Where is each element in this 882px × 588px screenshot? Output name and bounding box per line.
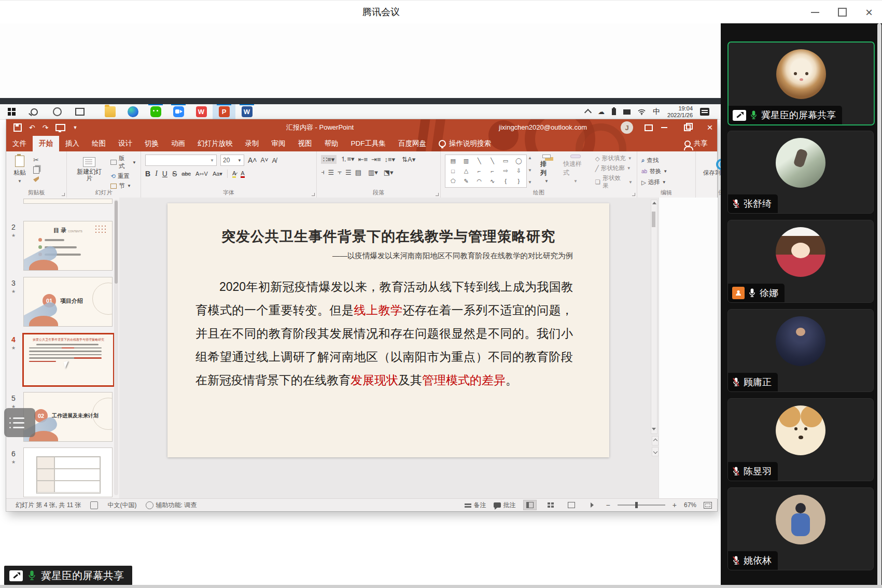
meeting-floating-widget[interactable]: [4, 408, 35, 437]
ppt-account-email[interactable]: jixingchen2020@outlook.com: [499, 119, 587, 136]
search-button[interactable]: [23, 104, 46, 119]
align-center-button[interactable]: ☰: [328, 169, 334, 176]
scroll-up-button[interactable]: [652, 202, 656, 204]
tab-slideshow[interactable]: 幻灯片放映: [191, 136, 239, 151]
language-indicator[interactable]: 中文(中国): [107, 501, 136, 510]
reading-view-button[interactable]: [565, 500, 578, 510]
tab-help[interactable]: 帮助: [318, 136, 345, 151]
participant-tile[interactable]: 冀星臣的屏幕共享: [727, 41, 875, 125]
spellcheck-icon[interactable]: [90, 501, 98, 509]
normal-view-button[interactable]: [523, 500, 537, 510]
distribute-button[interactable]: ▤: [355, 169, 361, 176]
italic-button[interactable]: I: [155, 170, 158, 178]
cut-button[interactable]: ✂: [33, 156, 39, 164]
slide-6-thumbnail[interactable]: [23, 447, 113, 497]
task-view-button[interactable]: [68, 104, 91, 119]
thumbnail-scrollbar[interactable]: [114, 200, 118, 495]
next-slide-button[interactable]: [652, 447, 659, 456]
tab-record[interactable]: 录制: [239, 136, 265, 151]
align-left-button[interactable]: ⫞: [321, 168, 325, 176]
save-button[interactable]: [13, 123, 22, 132]
maximize-button[interactable]: [836, 7, 848, 18]
tab-draw[interactable]: 绘图: [86, 136, 112, 151]
format-painter-button[interactable]: [33, 176, 39, 182]
strikethrough-button[interactable]: S: [172, 170, 177, 178]
slide-canvas[interactable]: 突发公共卫生事件背景下的在线教学与管理策略研究 ——以疫情爆发以来河南南阳地区不…: [167, 203, 609, 457]
minimize-button[interactable]: [809, 7, 821, 18]
tab-review[interactable]: 审阅: [265, 136, 292, 151]
text-shadow-button[interactable]: abc: [181, 171, 191, 177]
clipboard-dialog-launcher[interactable]: [62, 193, 65, 196]
shapes-gallery[interactable]: ▤▥╲╲▭◯ □△⌐⌐⇨⇩ ⬠✎◠∿{}: [445, 155, 527, 188]
hidden-icons-chevron[interactable]: [585, 108, 591, 115]
participant-tile[interactable]: 陈昱羽: [727, 398, 874, 481]
zoom-in-button[interactable]: +: [673, 501, 677, 509]
zoom-slider-thumb[interactable]: [635, 502, 638, 508]
quick-styles-button[interactable]: 快速样式 ▼: [560, 155, 591, 184]
notes-button[interactable]: 备注: [465, 501, 486, 510]
zoom-slider[interactable]: [618, 505, 665, 506]
slide-2-thumbnail[interactable]: 目 录 CONTENTS: [23, 221, 113, 271]
zoom-percentage[interactable]: 67%: [684, 501, 696, 509]
paragraph-dialog-launcher[interactable]: [436, 193, 439, 196]
text-direction-button[interactable]: ⇅A▾: [402, 156, 415, 163]
slideshow-button[interactable]: [585, 500, 599, 510]
highlight-color-button[interactable]: A̷: [232, 170, 236, 178]
numbering-button[interactable]: ⒈≡▾: [340, 155, 354, 164]
battery-icon[interactable]: [612, 108, 616, 115]
layout-button[interactable]: 版式▼: [110, 155, 136, 170]
arrange-button[interactable]: 排列 ▼: [537, 155, 556, 184]
vertical-scrollbar[interactable]: [651, 200, 657, 434]
wechat-button[interactable]: [144, 104, 167, 119]
ppt-minimize-button[interactable]: [655, 119, 673, 136]
cortana-button[interactable]: [46, 104, 68, 119]
save-to-baidu-netdisk-button[interactable]: 保存到百度网盘: [700, 155, 721, 176]
font-size-combobox[interactable]: 20▼: [220, 155, 244, 166]
columns-button[interactable]: ▥▾: [368, 169, 378, 176]
align-right-button[interactable]: ⫟: [338, 168, 342, 176]
bold-button[interactable]: B: [145, 170, 150, 178]
redo-button[interactable]: ↷: [43, 124, 49, 131]
horizontal-scrollbar[interactable]: [0, 585, 882, 588]
action-center-icon[interactable]: [700, 108, 709, 116]
new-slide-button[interactable]: 新建幻灯片: [71, 155, 107, 185]
participants-scrollbar[interactable]: [877, 23, 881, 588]
drawing-dialog-launcher[interactable]: [632, 193, 635, 196]
find-button[interactable]: ⌕查找: [641, 157, 691, 164]
ribbon-display-options-button[interactable]: [640, 119, 657, 136]
change-case-button[interactable]: Aa▾: [213, 171, 222, 177]
taskbar-clock[interactable]: 19:04 2022/1/26: [667, 105, 693, 119]
meeting-app-button[interactable]: [167, 104, 190, 119]
paste-button[interactable]: 粘贴 ▼: [10, 155, 29, 185]
participant-tile[interactable]: 姚依林: [727, 487, 874, 570]
line-spacing-button[interactable]: ↕≡▾: [384, 156, 395, 163]
tab-insert[interactable]: 插入: [59, 136, 86, 151]
increase-indent-button[interactable]: ⇥≡: [371, 156, 381, 163]
start-button[interactable]: [0, 104, 23, 119]
slide-4-thumbnail-selected[interactable]: 突发公共卫生事件背景下的在线教学与管理策略研究: [22, 333, 115, 387]
onedrive-icon[interactable]: ☁: [598, 108, 605, 116]
ime-indicator[interactable]: 中: [653, 107, 660, 117]
word-taskbar-button[interactable]: W: [235, 104, 258, 119]
zoom-out-button[interactable]: −: [606, 501, 610, 509]
tab-pdf-tools[interactable]: PDF工具集: [345, 136, 393, 151]
character-spacing-button[interactable]: A⇿V: [195, 171, 208, 177]
tab-view[interactable]: 视图: [292, 136, 318, 151]
decrease-font-button[interactable]: A˅: [261, 157, 269, 164]
display-icon[interactable]: [623, 109, 631, 115]
shape-effects-button[interactable]: ❏形状效果▼: [595, 174, 633, 190]
select-button[interactable]: ▷选择▼: [641, 178, 691, 186]
justify-button[interactable]: ☰: [345, 169, 352, 176]
reset-button[interactable]: ⟲重置: [110, 172, 136, 180]
comments-button[interactable]: 批注: [494, 501, 516, 510]
smartart-button[interactable]: ⬔▾: [384, 169, 394, 176]
ppt-close-button[interactable]: ×: [701, 119, 717, 136]
shape-outline-button[interactable]: ╱形状轮廓▼: [595, 164, 633, 172]
edge-button[interactable]: [121, 104, 144, 119]
increase-font-button[interactable]: A˄: [248, 156, 257, 164]
accessibility-indicator[interactable]: 辅助功能: 调查: [156, 501, 197, 510]
clear-formatting-button[interactable]: A̸: [272, 157, 277, 164]
undo-button[interactable]: ↶: [29, 124, 35, 131]
decrease-indent-button[interactable]: ⇤≡: [358, 156, 368, 163]
scroll-down-button[interactable]: [652, 428, 656, 430]
